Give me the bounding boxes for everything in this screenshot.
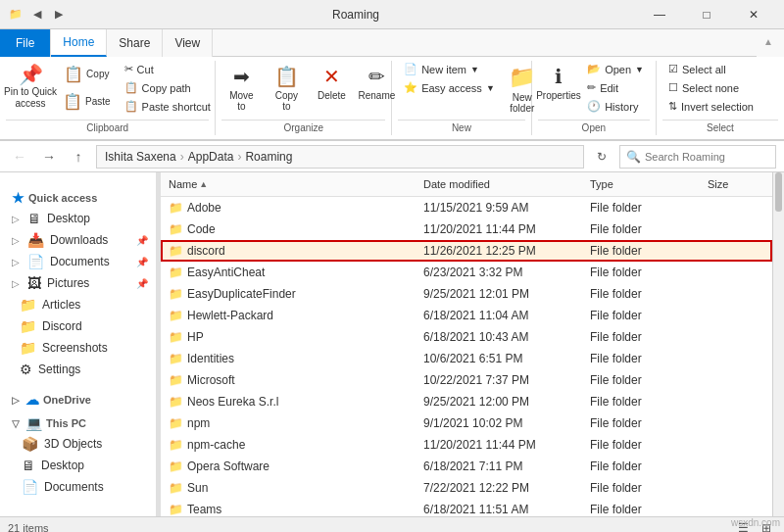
open-icon: 📂 [587,63,601,75]
table-row[interactable]: 📁HP 6/18/2021 10:43 AM File folder [161,326,772,348]
easy-access-button[interactable]: ⭐ Easy access ▼ [398,79,501,96]
folder-row-icon: 📁 [169,309,183,322]
table-row[interactable]: 📁Teams 6/18/2021 11:51 AM File folder [161,499,772,516]
sidebar-item-desktop[interactable]: ▷ 🖥 Desktop [0,208,156,229]
file-type-cell: File folder [582,263,700,282]
sidebar-item-screenshots[interactable]: 📁 Screenshots [0,337,156,359]
forward-button[interactable]: → [37,145,61,169]
new-label: New [398,120,525,135]
folder-row-icon: 📁 [169,395,183,409]
expand-onedrive: ▷ [12,395,20,406]
file-name-cell: 📁EasyAntiCheat [161,263,416,282]
file-type-cell: File folder [582,327,700,347]
pin-downloads: 📌 [136,235,148,246]
scroll-thumb[interactable] [775,172,782,212]
expand-desktop: ▷ [12,214,20,224]
refresh-button[interactable]: ↻ [590,145,613,169]
select-none-button[interactable]: ☐ Select none [662,79,760,96]
copy-path-button[interactable]: 📋 Copy path [119,79,217,96]
address-path[interactable]: Ishita Saxena › AppData › Roaming [96,145,584,169]
open-button[interactable]: 📂 Open ▼ [581,61,650,77]
rename-button[interactable]: ✏ Rename [357,61,396,105]
tab-home[interactable]: Home [51,29,107,57]
table-row[interactable]: 📁Sun 7/22/2021 12:22 PM File folder [161,477,772,499]
back-button[interactable]: ← [8,145,31,169]
file-date-cell: 9/25/2021 12:01 PM [416,284,582,304]
cut-button[interactable]: ✂ Cut [119,61,217,77]
clipboard-col: 📋 Copy 📋 Paste [57,61,117,115]
breadcrumb-ishita[interactable]: Ishita Saxena [105,150,176,164]
folder-row-icon: 📁 [169,330,183,344]
table-row[interactable]: 📁Opera Software 6/18/2021 7:11 PM File f… [161,456,772,477]
invert-selection-button[interactable]: ⇅ Invert selection [662,98,760,115]
history-button[interactable]: 🕐 History [581,98,650,115]
file-date-cell: 11/20/2021 11:44 PM [416,435,582,455]
edit-button[interactable]: ✏ Edit [581,79,650,96]
table-row[interactable]: 📁Code 11/20/2021 11:44 PM File folder [161,218,772,240]
file-size-cell [700,507,772,512]
screenshots-icon: 📁 [20,340,36,356]
tab-file[interactable]: File [0,29,51,57]
sidebar-item-pictures[interactable]: ▷ 🖼 Pictures 📌 [0,272,156,294]
sidebar-item-3dobjects[interactable]: 📦 3D Objects [0,433,156,455]
table-row[interactable]: 📁Hewlett-Packard 6/18/2021 11:04 AM File… [161,305,772,326]
col-header-date[interactable]: Date modified [416,174,582,194]
new-item-button[interactable]: 📄 New item ▼ [398,61,501,77]
search-input[interactable] [645,151,769,163]
window-title: Roaming [74,8,637,22]
sidebar-item-pc-documents[interactable]: 📄 Documents [0,476,156,498]
screenshots-label: Screenshots [42,341,108,355]
cut-icon: ✂ [124,63,133,75]
table-row[interactable]: 📁npm-cache 11/20/2021 11:44 PM File fold… [161,434,772,456]
col-header-size[interactable]: Size [700,174,772,194]
paste-button[interactable]: 📋 Paste [57,88,117,115]
folder-row-icon: 📁 [169,438,183,452]
file-type-cell: File folder [582,349,700,368]
forward-icon[interactable]: ▶ [51,7,67,23]
tab-share[interactable]: Share [107,29,163,57]
delete-button[interactable]: ✕ Delete [312,61,351,105]
status-bar: 21 items ☰ ⊞ [0,516,784,532]
table-row[interactable]: 📁Adobe 11/15/2021 9:59 AM File folder [161,197,772,218]
table-row[interactable]: 📁Neos Eureka S.r.l 9/25/2021 12:00 PM Fi… [161,391,772,412]
tab-view[interactable]: View [163,29,213,57]
move-to-button[interactable]: ➡ Move to [221,61,261,116]
copy-to-button[interactable]: 📋 Copy to [267,61,306,116]
minimize-button[interactable]: — [637,0,682,29]
title-bar-icons: 📁 ◀ ▶ [8,7,67,23]
sidebar-item-downloads[interactable]: ▷ 📥 Downloads 📌 [0,229,156,251]
file-name-cell: 📁Adobe [161,198,416,218]
copy-button[interactable]: 📋 Copy [57,61,117,87]
quick-access-label: Quick access [28,192,97,204]
ribbon-up-button[interactable]: ▲ [757,29,780,53]
sidebar-item-pc-desktop[interactable]: 🖥 Desktop [0,455,156,476]
table-row[interactable]: 📁Identities 10/6/2021 6:51 PM File folde… [161,348,772,369]
move-icon: ➡ [233,65,250,88]
breadcrumb-appdata[interactable]: AppData [188,150,234,164]
breadcrumb-roaming[interactable]: Roaming [245,150,292,164]
table-row[interactable]: 📁Microsoft 10/22/2021 7:37 PM File folde… [161,369,772,391]
pin-to-quick-button[interactable]: 📌 Pin to Quick access [6,61,55,114]
select-all-button[interactable]: ☑ Select all [662,61,760,77]
table-row[interactable]: 📁EasyDuplicateFinder 9/25/2021 12:01 PM … [161,283,772,305]
scrollbar[interactable] [772,172,784,516]
table-row[interactable]: 📁npm 9/1/2021 10:02 PM File folder [161,412,772,434]
properties-button[interactable]: ℹ Properties [538,61,579,105]
col-header-name[interactable]: Name ▲ [161,174,416,194]
thispc-icon: 💻 [25,415,42,431]
ribbon-tabs: File Home Share View ▲ [0,29,784,57]
up-button[interactable]: ↑ [67,145,90,169]
sidebar-item-documents[interactable]: ▷ 📄 Documents 📌 [0,251,156,272]
table-row[interactable]: 📁EasyAntiCheat 6/23/2021 3:32 PM File fo… [161,262,772,283]
close-button[interactable]: ✕ [731,0,776,29]
sidebar-item-settings[interactable]: ⚙ Settings [0,359,156,380]
paste-shortcut-button[interactable]: 📋 Paste shortcut [119,98,217,115]
open-group-content: ℹ Properties 📂 Open ▼ ✏ Edit 🕐 [538,61,650,118]
back-icon[interactable]: ◀ [29,7,45,23]
copy-path-icon: 📋 [124,81,138,94]
maximize-button[interactable]: □ [684,0,729,29]
col-header-type[interactable]: Type [582,174,700,194]
sidebar-item-articles[interactable]: 📁 Articles [0,294,156,315]
sidebar-item-discord[interactable]: 📁 Discord [0,315,156,337]
table-row[interactable]: 📁discord 11/26/2021 12:25 PM File folder [161,240,772,262]
